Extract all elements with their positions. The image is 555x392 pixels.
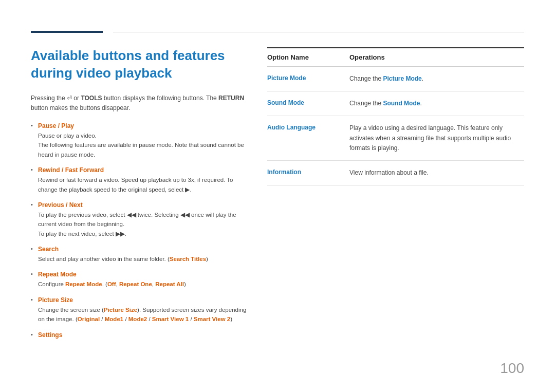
top-bar (31, 31, 524, 33)
table-row-sound-mode: Sound Mode Change the Sound Mode. (267, 91, 524, 116)
table-row-audio-language: Audio Language Play a video using a desi… (267, 116, 524, 161)
row-desc-audio-language: Play a video using a desired language. T… (349, 123, 524, 153)
sound-mode-link: Sound Mode (383, 100, 420, 107)
feature-title-picture-size: Picture Size (38, 296, 247, 304)
feature-item-prev-next: Previous / Next To play the previous vid… (31, 201, 247, 238)
row-option-sound-mode: Sound Mode (267, 99, 349, 106)
row-desc-information: View information about a file. (349, 168, 524, 178)
repeat-off-link: Off (107, 281, 116, 287)
mode2-link: Mode2 (128, 316, 147, 322)
top-bar-accent (31, 31, 103, 33)
row-option-picture-mode: Picture Mode (267, 74, 349, 82)
top-bar-line (113, 32, 524, 32)
page-number: 100 (500, 360, 524, 377)
feature-desc-repeat: Configure Repeat Mode. (Off, Repeat One,… (38, 279, 247, 289)
picture-size-link: Picture Size (104, 307, 137, 313)
feature-desc-search: Select and play another video in the sam… (38, 254, 247, 264)
feature-item-settings: Settings (31, 331, 247, 339)
original-link: Original (78, 316, 100, 322)
right-column: Option Name Operations Picture Mode Chan… (267, 47, 524, 371)
page-container: Available buttons and features during vi… (0, 0, 555, 392)
smart-view-2-link: Smart View 2 (194, 316, 230, 322)
row-option-audio-language: Audio Language (267, 123, 349, 131)
tools-label: TOOLS (81, 95, 102, 102)
feature-desc-pause-play-1: Pause or play a video. (38, 131, 247, 140)
feature-item-picture-size: Picture Size Change the screen size (Pic… (31, 296, 247, 324)
feature-desc-prev-next-1: To play the previous video, select ◀◀ tw… (38, 210, 247, 229)
smart-view-1-link: Smart View 1 (152, 316, 189, 322)
feature-desc-prev-next-2: To play the next video, select ▶▶. (38, 229, 247, 238)
feature-desc-picture-size: Change the screen size (Picture Size). S… (38, 305, 247, 324)
feature-item-pause-play: Pause / Play Pause or play a video. The … (31, 122, 247, 159)
return-label: RETURN (218, 95, 244, 102)
col-operations-header: Operations (349, 53, 524, 61)
table-header: Option Name Operations (267, 48, 524, 67)
row-desc-sound-mode: Change the Sound Mode. (349, 99, 524, 108)
feature-title-prev-next: Previous / Next (38, 201, 247, 209)
col-option-header: Option Name (267, 53, 349, 61)
repeat-all-link: Repeat All (155, 281, 184, 287)
feature-title-search: Search (38, 246, 247, 253)
feature-title-repeat: Repeat Mode (38, 271, 247, 278)
repeat-mode-link: Repeat Mode (65, 281, 102, 287)
feature-list: Pause / Play Pause or play a video. The … (31, 122, 247, 339)
table-row-picture-mode: Picture Mode Change the Picture Mode. (267, 67, 524, 91)
row-option-information: Information (267, 168, 349, 176)
feature-item-search: Search Select and play another video in … (31, 246, 247, 264)
page-title: Available buttons and features during vi… (31, 47, 247, 82)
table-row-information: Information View information about a fil… (267, 161, 524, 185)
feature-desc-pause-play-2: The following features are available in … (38, 140, 247, 159)
feature-title-pause-play: Pause / Play (38, 122, 247, 129)
feature-item-rewind: Rewind / Fast Forward Rewind or fast for… (31, 166, 247, 194)
left-column: Available buttons and features during vi… (31, 47, 247, 371)
main-content: Available buttons and features during vi… (31, 47, 524, 371)
picture-mode-link: Picture Mode (383, 75, 421, 82)
intro-text: Pressing the ⏎ or TOOLS button displays … (31, 94, 247, 113)
feature-desc-rewind: Rewind or fast forward a video. Speed up… (38, 175, 247, 194)
mode1-link: Mode1 (105, 316, 123, 322)
feature-title-settings: Settings (38, 331, 247, 339)
feature-item-repeat: Repeat Mode Configure Repeat Mode. (Off,… (31, 271, 247, 289)
feature-title-rewind: Rewind / Fast Forward (38, 166, 247, 174)
repeat-one-link: Repeat One (119, 281, 152, 287)
row-desc-picture-mode: Change the Picture Mode. (349, 74, 524, 84)
search-titles-link: Search Titles (170, 256, 206, 262)
